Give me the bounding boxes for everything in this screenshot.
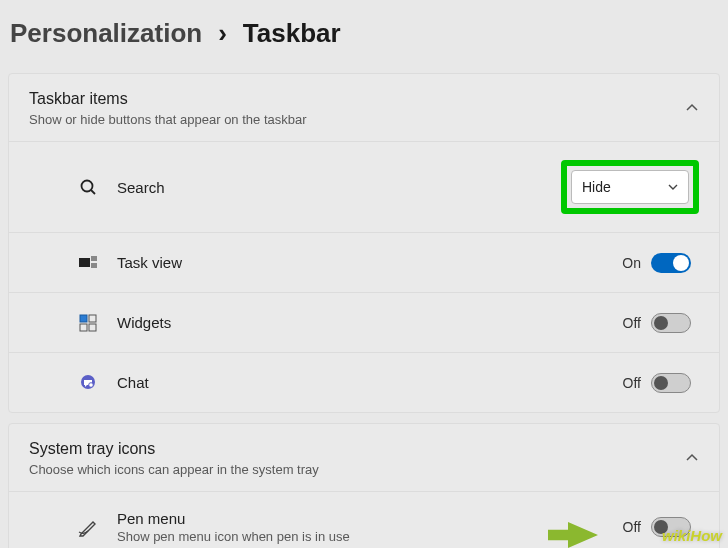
svg-line-1	[91, 190, 95, 194]
taskview-icon	[73, 256, 103, 270]
row-pen-menu: Pen menu Show pen menu icon when pen is …	[9, 491, 719, 548]
chevron-right-icon: ›	[218, 18, 227, 49]
row-label: Pen menu	[117, 510, 623, 527]
row-taskview: Task view On	[9, 232, 719, 292]
toggle-state: Off	[623, 315, 641, 331]
svg-point-10	[89, 382, 94, 387]
row-chat: Chat Off	[9, 352, 719, 412]
chevron-down-icon	[668, 182, 678, 192]
section-subtitle: Show or hide buttons that appear on the …	[29, 112, 699, 127]
breadcrumb-current: Taskbar	[243, 18, 341, 49]
pen-icon	[73, 517, 103, 537]
svg-rect-2	[79, 258, 90, 267]
row-label: Widgets	[117, 314, 623, 331]
svg-rect-7	[80, 324, 87, 331]
toggle-state: Off	[623, 519, 641, 535]
svg-rect-4	[91, 263, 97, 268]
search-dropdown[interactable]: Hide	[571, 170, 689, 204]
row-label: Task view	[117, 254, 622, 271]
toggle-state: Off	[623, 375, 641, 391]
section-header[interactable]: Taskbar items Show or hide buttons that …	[9, 74, 719, 141]
chevron-up-icon[interactable]	[685, 451, 699, 465]
chat-toggle[interactable]	[651, 373, 691, 393]
widgets-icon	[73, 314, 103, 332]
svg-rect-8	[89, 324, 96, 331]
breadcrumb: Personalization › Taskbar	[0, 0, 728, 73]
highlight-box: Hide	[561, 160, 699, 214]
svg-rect-5	[80, 315, 87, 322]
section-system-tray: System tray icons Choose which icons can…	[8, 423, 720, 548]
taskview-toggle[interactable]	[651, 253, 691, 273]
dropdown-value: Hide	[582, 179, 611, 195]
toggle-state: On	[622, 255, 641, 271]
chat-icon	[73, 374, 103, 392]
row-search: Search Hide	[9, 141, 719, 232]
breadcrumb-root[interactable]: Personalization	[10, 18, 202, 49]
watermark: wikiHow	[662, 527, 722, 544]
chevron-up-icon[interactable]	[685, 101, 699, 115]
section-title: System tray icons	[29, 440, 699, 458]
section-title: Taskbar items	[29, 90, 699, 108]
row-label: Chat	[117, 374, 623, 391]
row-widgets: Widgets Off	[9, 292, 719, 352]
section-subtitle: Choose which icons can appear in the sys…	[29, 462, 699, 477]
section-taskbar-items: Taskbar items Show or hide buttons that …	[8, 73, 720, 413]
search-icon	[73, 178, 103, 196]
row-sublabel: Show pen menu icon when pen is in use	[117, 529, 623, 544]
svg-rect-6	[89, 315, 96, 322]
section-header[interactable]: System tray icons Choose which icons can…	[9, 424, 719, 491]
widgets-toggle[interactable]	[651, 313, 691, 333]
svg-rect-3	[91, 256, 97, 261]
svg-point-0	[82, 181, 93, 192]
row-label: Search	[117, 179, 561, 196]
